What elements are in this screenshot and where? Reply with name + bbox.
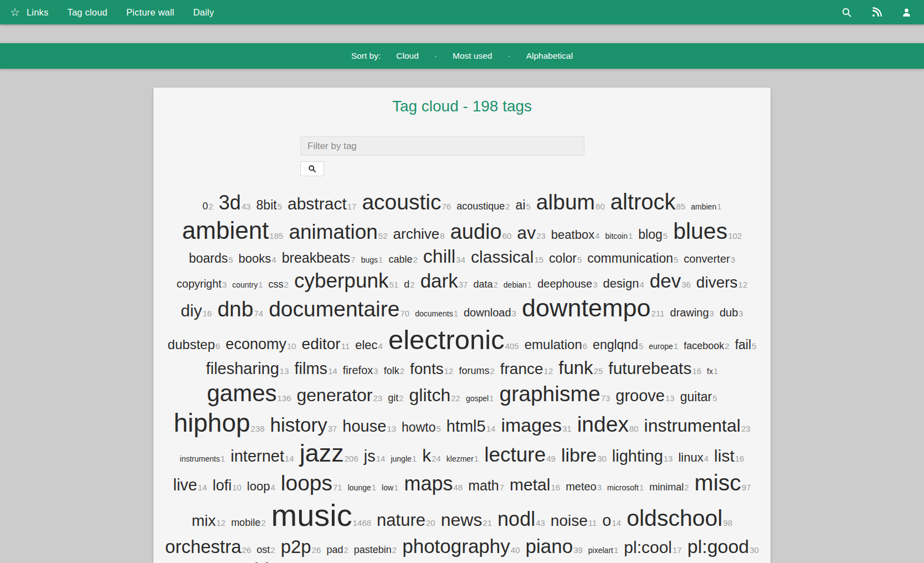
sort-option-cloud[interactable]: Cloud bbox=[396, 51, 419, 61]
tag-link[interactable]: av bbox=[517, 223, 536, 243]
tag-link[interactable]: documents bbox=[415, 309, 453, 318]
tag-link[interactable]: hiphop bbox=[173, 408, 250, 437]
tag-link[interactable]: classical bbox=[471, 248, 533, 266]
tag-link[interactable]: pixelart bbox=[588, 546, 613, 555]
tag-link[interactable]: klezmer bbox=[446, 454, 474, 463]
tag-link[interactable]: animation bbox=[289, 221, 377, 243]
tag-link[interactable]: album bbox=[536, 190, 595, 214]
tag-link[interactable]: economy bbox=[225, 336, 286, 352]
tag-link[interactable]: nodl bbox=[497, 508, 535, 530]
tag-link[interactable]: country bbox=[232, 280, 258, 289]
tag-link[interactable]: maps bbox=[404, 472, 453, 495]
tag-link[interactable]: fonts bbox=[410, 360, 444, 377]
tag-link[interactable]: linux bbox=[678, 451, 703, 464]
tag-link[interactable]: bugs bbox=[361, 255, 378, 264]
tag-link[interactable]: converter bbox=[684, 253, 730, 265]
tag-link[interactable]: books bbox=[239, 252, 271, 265]
tag-link[interactable]: beatbox bbox=[551, 228, 594, 242]
tag-link[interactable]: facebook bbox=[684, 340, 724, 351]
tag-link[interactable]: audio bbox=[450, 220, 502, 243]
tag-link[interactable]: microsoft bbox=[607, 483, 639, 492]
tag-link[interactable]: blog bbox=[638, 227, 662, 242]
tag-link[interactable]: dnb bbox=[217, 297, 253, 321]
tag-link[interactable]: chill bbox=[423, 245, 456, 267]
nav-item-daily[interactable]: Daily bbox=[193, 7, 214, 18]
tag-link[interactable]: blues bbox=[673, 218, 727, 244]
tag-link[interactable]: acoustic bbox=[362, 190, 441, 214]
tag-link[interactable]: downtempo bbox=[522, 294, 651, 322]
tag-link[interactable]: guitar bbox=[680, 390, 712, 404]
tag-link[interactable]: jungle bbox=[391, 454, 411, 463]
tag-link[interactable]: breakbeats bbox=[282, 250, 351, 265]
tag-link[interactable]: news bbox=[441, 510, 482, 530]
tag-link[interactable]: lighting bbox=[612, 447, 663, 465]
sort-option-most-used[interactable]: Most used bbox=[453, 51, 492, 61]
tag-link[interactable]: photography bbox=[402, 535, 510, 557]
tag-link[interactable]: boards bbox=[189, 251, 228, 265]
tag-link[interactable]: dev bbox=[650, 270, 681, 291]
tag-link[interactable]: live bbox=[173, 476, 197, 494]
nav-item-links[interactable]: Links bbox=[27, 7, 49, 18]
tag-link[interactable]: forums bbox=[459, 365, 489, 376]
nav-item-tag-cloud[interactable]: Tag cloud bbox=[67, 7, 107, 18]
tag-link[interactable]: d bbox=[404, 279, 409, 290]
tag-link[interactable]: ai bbox=[516, 198, 526, 212]
tag-link[interactable]: ost bbox=[256, 544, 270, 555]
tag-link[interactable]: generator bbox=[297, 385, 373, 405]
tag-link[interactable]: color bbox=[549, 251, 577, 265]
tag-link[interactable]: films bbox=[295, 360, 328, 377]
tag-link[interactable]: documentaire bbox=[269, 297, 399, 321]
tag-link[interactable]: ambien bbox=[691, 202, 716, 211]
tag-link[interactable]: instrumental bbox=[644, 416, 741, 436]
tag-link[interactable]: mobile bbox=[231, 517, 260, 528]
tag-link[interactable]: ambient bbox=[182, 217, 269, 244]
tag-link[interactable]: europe bbox=[649, 342, 673, 351]
tag-link[interactable]: deephouse bbox=[537, 278, 592, 290]
tag-link[interactable]: glitch bbox=[409, 385, 451, 405]
tag-link[interactable]: electronic bbox=[388, 325, 505, 355]
tag-link[interactable]: lofi bbox=[213, 477, 232, 494]
tag-link[interactable]: games bbox=[207, 380, 276, 406]
tag-link[interactable]: gospel bbox=[466, 394, 489, 403]
tag-link[interactable]: k bbox=[422, 446, 431, 465]
tag-link[interactable]: dark bbox=[420, 270, 458, 291]
search-icon[interactable] bbox=[841, 7, 852, 18]
tag-link[interactable]: instruments bbox=[180, 454, 220, 463]
rss-icon[interactable] bbox=[871, 7, 882, 18]
tag-link[interactable]: altrock bbox=[610, 190, 676, 214]
tag-link[interactable]: music bbox=[271, 498, 352, 533]
tag-link[interactable]: list bbox=[714, 447, 735, 465]
tag-link[interactable]: debian bbox=[504, 280, 527, 289]
tag-link[interactable]: meteo bbox=[566, 480, 597, 493]
tag-link[interactable]: filesharing bbox=[206, 360, 279, 377]
tag-link[interactable]: acoustique bbox=[456, 201, 505, 212]
tag-link[interactable]: dub bbox=[720, 306, 738, 319]
tag-link[interactable]: fx bbox=[707, 367, 713, 376]
tag-link[interactable]: firefox bbox=[343, 364, 373, 376]
tag-link[interactable]: emulation bbox=[525, 337, 582, 352]
tag-link[interactable]: divers bbox=[696, 274, 738, 291]
tag-link[interactable]: folk bbox=[384, 365, 399, 376]
tag-link[interactable]: pl:good bbox=[687, 536, 750, 557]
tag-link[interactable]: drawing bbox=[670, 306, 709, 319]
tag-link[interactable]: futurebeats bbox=[608, 359, 691, 377]
tag-link[interactable]: orchestra bbox=[165, 536, 242, 557]
sort-option-alphabetical[interactable]: Alphabetical bbox=[526, 51, 573, 61]
tag-link[interactable]: libre bbox=[561, 444, 597, 465]
tag-link[interactable]: jazz bbox=[300, 439, 344, 467]
tag-link[interactable]: images bbox=[501, 414, 562, 436]
tag-link[interactable]: p2p bbox=[281, 536, 311, 557]
tag-link[interactable]: pastebin bbox=[354, 544, 392, 555]
tag-link[interactable]: fail bbox=[735, 337, 751, 352]
tag-link[interactable]: loop bbox=[247, 479, 270, 493]
tag-link[interactable]: howto bbox=[402, 420, 435, 434]
tag-link[interactable]: englqnd bbox=[593, 337, 638, 352]
tag-link[interactable]: js bbox=[364, 447, 376, 465]
tag-link[interactable]: git bbox=[388, 392, 398, 403]
tag-link[interactable]: piano bbox=[526, 535, 573, 557]
filter-search-button[interactable] bbox=[300, 161, 324, 176]
tag-link[interactable]: france bbox=[500, 360, 543, 377]
tag-filter-input[interactable] bbox=[300, 136, 584, 156]
tag-link[interactable]: css bbox=[269, 279, 284, 290]
tag-link[interactable]: funk bbox=[558, 357, 593, 378]
